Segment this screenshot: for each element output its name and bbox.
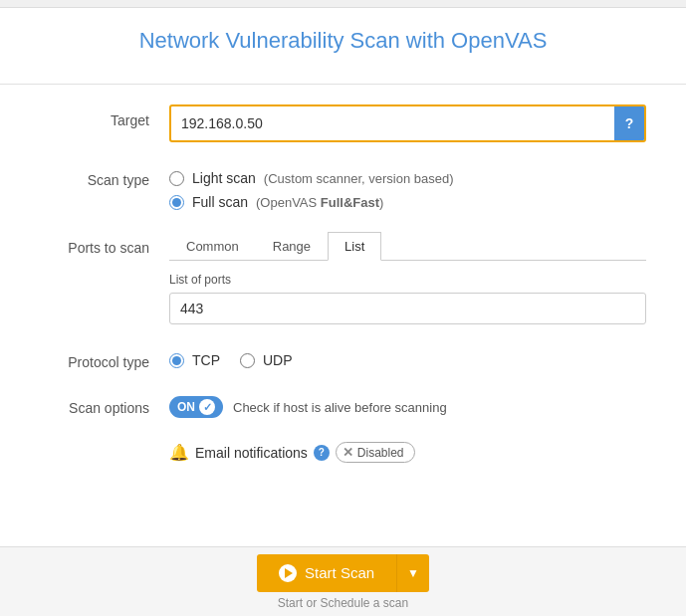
disabled-label: Disabled	[357, 446, 404, 460]
bell-icon: 🔔	[169, 443, 189, 462]
protocol-udp[interactable]: UDP	[240, 352, 293, 368]
start-scan-button[interactable]: Start Scan	[257, 554, 396, 592]
target-control: ?	[169, 104, 646, 142]
protocol-row: Protocol type TCP UDP	[40, 346, 646, 370]
bottom-bar: Start Scan ▼ Start or Schedule a scan	[0, 546, 686, 616]
ports-label: Ports to scan	[40, 232, 169, 256]
toggle-label: ON	[177, 400, 195, 414]
disabled-x-icon: ✕	[343, 445, 353, 460]
tcp-label: TCP	[192, 352, 220, 368]
email-control: 🔔 Email notifications ? ✕ Disabled	[169, 440, 646, 463]
top-bar	[0, 0, 686, 8]
email-row: 🔔 Email notifications ? ✕ Disabled	[40, 440, 646, 463]
scan-options-control: ON ✓ Check if host is alive before scann…	[169, 392, 646, 418]
schedule-dropdown-button[interactable]: ▼	[396, 554, 429, 592]
full-scan-radio[interactable]	[169, 195, 184, 210]
toggle-on[interactable]: ON ✓	[169, 396, 223, 418]
scan-type-full[interactable]: Full scan (OpenVAS Full&Fast)	[169, 194, 646, 210]
target-input-wrapper: ?	[169, 104, 646, 142]
start-scan-label: Start Scan	[305, 564, 374, 581]
play-triangle	[285, 568, 293, 578]
scan-type-row: Scan type Light scan (Custom scanner, ve…	[40, 164, 646, 210]
tab-range[interactable]: Range	[256, 232, 328, 261]
full-scan-label: Full scan	[192, 194, 248, 210]
disabled-badge[interactable]: ✕ Disabled	[336, 442, 415, 463]
help-icon[interactable]: ?	[614, 106, 644, 140]
scan-type-control: Light scan (Custom scanner, version base…	[169, 164, 646, 210]
udp-label: UDP	[263, 352, 293, 368]
light-scan-radio[interactable]	[169, 171, 184, 186]
email-help-icon[interactable]: ?	[314, 445, 330, 461]
scan-type-label: Scan type	[40, 164, 169, 188]
target-label: Target	[40, 104, 169, 128]
target-input[interactable]	[171, 108, 614, 138]
schedule-text: Start or Schedule a scan	[278, 596, 408, 610]
tab-list[interactable]: List	[328, 232, 381, 261]
protocol-label: Protocol type	[40, 346, 169, 370]
toggle-check-icon: ✓	[199, 399, 215, 415]
light-scan-sublabel: (Custom scanner, version based)	[264, 171, 454, 186]
ports-list-label: List of ports	[169, 273, 646, 287]
ports-tabs: Common Range List List of ports	[169, 232, 646, 324]
scan-options-row: Scan options ON ✓ Check if host is alive…	[40, 392, 646, 418]
check-host-label: Check if host is alive before scanning	[233, 400, 447, 415]
tcp-radio[interactable]	[169, 353, 184, 368]
ports-list-input[interactable]	[169, 293, 646, 324]
chevron-down-icon: ▼	[407, 566, 419, 580]
form-container: Target ? Scan type Light scan (Custom sc…	[0, 104, 686, 463]
full-scan-sublabel: (OpenVAS Full&Fast)	[256, 195, 383, 210]
ports-list-section: List of ports	[169, 261, 646, 324]
light-scan-label: Light scan	[192, 170, 256, 186]
separator	[0, 84, 686, 85]
tabs-header: Common Range List	[169, 232, 646, 261]
start-scan-wrapper: Start Scan ▼	[257, 554, 429, 592]
protocol-control: TCP UDP	[169, 346, 646, 368]
protocol-tcp[interactable]: TCP	[169, 352, 220, 368]
play-icon	[279, 564, 297, 582]
tab-common[interactable]: Common	[169, 232, 256, 261]
ports-control: Common Range List List of ports	[169, 232, 646, 324]
scan-type-light[interactable]: Light scan (Custom scanner, version base…	[169, 170, 646, 186]
ports-row: Ports to scan Common Range List List of …	[40, 232, 646, 324]
scan-options-label: Scan options	[40, 392, 169, 416]
email-spacer	[40, 440, 169, 448]
page-title: Network Vulnerability Scan with OpenVAS	[0, 8, 686, 84]
email-notifications-label: Email notifications	[195, 445, 308, 461]
target-row: Target ?	[40, 104, 646, 142]
udp-radio[interactable]	[240, 353, 255, 368]
